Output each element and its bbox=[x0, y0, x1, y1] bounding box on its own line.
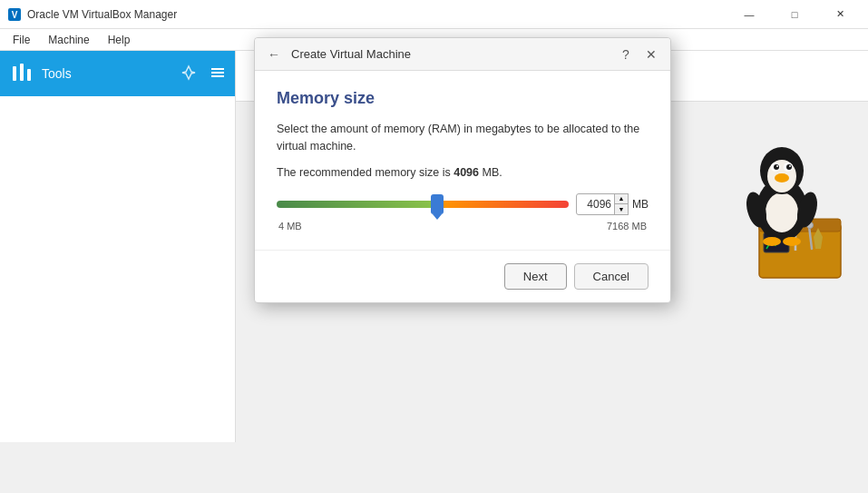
dialog-help-button[interactable]: ? bbox=[616, 44, 636, 64]
value-increment-button[interactable]: ▲ bbox=[614, 193, 629, 204]
tools-label: Tools bbox=[42, 66, 72, 81]
svg-rect-6 bbox=[211, 72, 224, 74]
title-bar-text: Oracle VM VirtualBox Manager bbox=[27, 8, 728, 21]
svg-point-27 bbox=[766, 192, 798, 232]
dialog-back-button[interactable]: ← bbox=[264, 44, 284, 64]
value-decrement-button[interactable]: ▼ bbox=[614, 204, 629, 215]
svg-point-33 bbox=[786, 164, 792, 170]
title-bar: V Oracle VM VirtualBox Manager — □ ✕ bbox=[0, 0, 868, 29]
slider-red-zone bbox=[437, 201, 569, 208]
dialog-close-button[interactable]: ✕ bbox=[641, 44, 661, 64]
hamburger-icon[interactable] bbox=[210, 64, 226, 84]
sidebar: Tools bbox=[0, 51, 236, 442]
slider-value-box: ▲ ▼ MB bbox=[576, 193, 649, 215]
dialog-header-controls: ? ✕ bbox=[616, 44, 661, 64]
dialog-body: Memory size Select the amount of memory … bbox=[255, 71, 670, 250]
slider-track-wrapper bbox=[277, 195, 569, 213]
minimize-button[interactable]: — bbox=[728, 0, 770, 29]
svg-point-35 bbox=[789, 165, 791, 167]
slider-green-zone bbox=[277, 201, 437, 208]
svg-rect-7 bbox=[211, 75, 224, 77]
window-controls: — □ ✕ bbox=[728, 0, 861, 29]
tools-icon bbox=[9, 61, 34, 86]
memory-unit-label: MB bbox=[632, 198, 649, 211]
next-button[interactable]: Next bbox=[504, 263, 567, 290]
menu-machine[interactable]: Machine bbox=[39, 32, 98, 48]
menu-file[interactable]: File bbox=[4, 32, 39, 48]
svg-point-32 bbox=[774, 164, 779, 170]
spinner-buttons: ▲ ▼ bbox=[614, 193, 629, 215]
menu-help[interactable]: Help bbox=[99, 32, 140, 48]
memory-description: Select the amount of memory (RAM) in meg… bbox=[277, 121, 649, 155]
svg-rect-4 bbox=[27, 69, 31, 81]
dialog-nav: ← Create Virtual Machine bbox=[264, 44, 411, 64]
tux-mascot bbox=[705, 105, 850, 287]
slider-min-label: 4 MB bbox=[278, 221, 302, 232]
svg-point-38 bbox=[783, 237, 801, 246]
slider-max-label: 7168 MB bbox=[607, 221, 647, 232]
svg-point-36 bbox=[775, 173, 789, 182]
create-vm-dialog: ← Create Virtual Machine ? ✕ Memory size… bbox=[254, 37, 671, 303]
svg-point-37 bbox=[763, 237, 781, 246]
dialog-header: ← Create Virtual Machine ? ✕ bbox=[255, 38, 670, 71]
svg-rect-2 bbox=[13, 66, 16, 81]
dialog-footer: Next Cancel bbox=[255, 250, 670, 302]
svg-rect-5 bbox=[211, 68, 224, 70]
svg-point-34 bbox=[776, 165, 778, 167]
main-area: Tools bbox=[0, 51, 868, 442]
svg-rect-3 bbox=[20, 64, 24, 81]
maximize-button[interactable]: □ bbox=[774, 0, 815, 29]
memory-recommendation: The recommended memory size is 4096 MB. bbox=[277, 166, 649, 179]
dialog-title: Create Virtual Machine bbox=[291, 47, 411, 61]
svg-text:V: V bbox=[12, 10, 18, 20]
sidebar-tools-header: Tools bbox=[0, 51, 235, 96]
right-area: ? ↺ bbox=[236, 51, 868, 442]
memory-slider-container: ▲ ▼ MB bbox=[277, 193, 649, 215]
cancel-button[interactable]: Cancel bbox=[574, 263, 649, 290]
mascot-container bbox=[705, 105, 850, 290]
close-button[interactable]: ✕ bbox=[819, 0, 861, 29]
app-icon: V bbox=[7, 7, 22, 22]
slider-range-labels: 4 MB 7168 MB bbox=[277, 221, 649, 232]
memory-slider-thumb[interactable] bbox=[431, 194, 444, 214]
pin-icon[interactable] bbox=[180, 64, 197, 84]
memory-slider-track bbox=[277, 201, 569, 208]
memory-size-title: Memory size bbox=[277, 89, 649, 108]
